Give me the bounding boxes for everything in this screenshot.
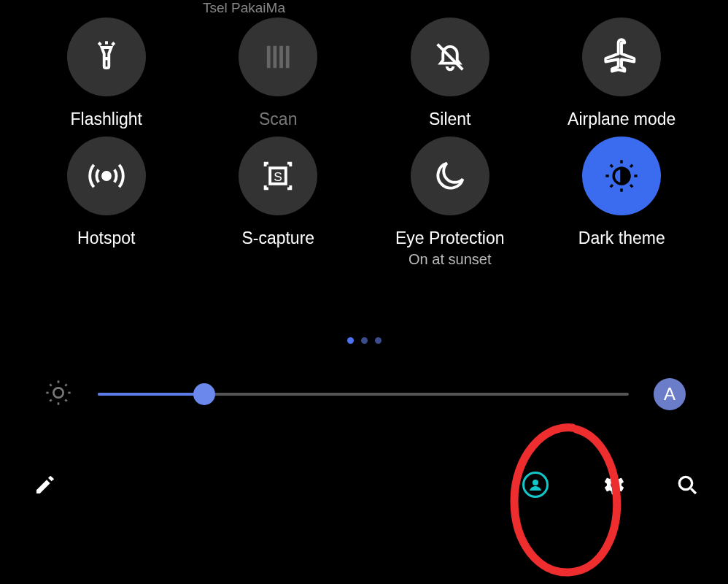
dark-theme-icon: [582, 137, 661, 215]
screenshot-icon: S: [239, 137, 317, 215]
page-indicator[interactable]: [0, 337, 728, 344]
svg-point-31: [679, 477, 692, 489]
svg-line-32: [691, 488, 696, 493]
bell-off-icon: [411, 18, 489, 96]
edit-button[interactable]: [31, 470, 60, 499]
svg-point-21: [53, 388, 63, 397]
barcode-icon: [239, 18, 317, 96]
svg-line-17: [611, 165, 613, 167]
scan-tile[interactable]: Scan: [193, 18, 365, 129]
svg-point-30: [533, 480, 538, 485]
svg-line-8: [437, 45, 462, 70]
s-capture-tile[interactable]: S S-capture: [193, 137, 365, 268]
svg-line-28: [50, 399, 51, 401]
moon-icon: [411, 137, 489, 215]
brightness-row: A: [44, 378, 686, 410]
airplane-icon: [582, 18, 661, 96]
dark-theme-label: Dark theme: [578, 228, 665, 248]
svg-line-29: [65, 384, 66, 385]
flashlight-icon: [67, 18, 146, 96]
svg-line-27: [65, 399, 66, 401]
quick-settings-grid: Flashlight Scan Silent Airplane mode: [20, 18, 708, 268]
svg-line-26: [50, 384, 51, 385]
auto-brightness-button[interactable]: A: [654, 378, 686, 410]
slider-fill: [98, 393, 204, 396]
slider-thumb[interactable]: [193, 383, 215, 405]
silent-label: Silent: [429, 110, 471, 129]
svg-rect-5: [274, 46, 277, 68]
hotspot-label: Hotspot: [77, 228, 135, 248]
silent-tile[interactable]: Silent: [364, 18, 536, 129]
brightness-slider[interactable]: [98, 392, 629, 396]
eye-protection-sublabel: On at sunset: [408, 251, 491, 268]
header-partial-text: Tsel PakaiMa: [203, 0, 285, 16]
svg-text:S: S: [274, 169, 282, 184]
airplane-mode-tile[interactable]: Airplane mode: [536, 18, 708, 129]
s-capture-label: S-capture: [241, 228, 314, 248]
svg-rect-7: [286, 46, 290, 68]
svg-line-18: [630, 185, 632, 187]
svg-line-2: [112, 43, 114, 45]
pager-dot: [375, 337, 382, 344]
dark-theme-tile[interactable]: Dark theme: [536, 137, 708, 268]
svg-line-20: [630, 165, 632, 167]
airplane-mode-label: Airplane mode: [568, 110, 675, 129]
eye-protection-tile[interactable]: Eye Protection On at sunset: [364, 137, 536, 268]
scan-label: Scan: [259, 110, 297, 129]
pager-dot: [347, 337, 354, 344]
svg-line-0: [98, 43, 101, 45]
svg-rect-4: [267, 46, 271, 68]
svg-line-19: [611, 185, 613, 187]
hotspot-icon: [67, 137, 146, 215]
pager-dot: [361, 337, 368, 344]
settings-button[interactable]: [600, 470, 629, 499]
annotation-circle: [503, 420, 627, 578]
flashlight-label: Flashlight: [71, 110, 142, 129]
flashlight-tile[interactable]: Flashlight: [20, 18, 193, 129]
hotspot-tile[interactable]: Hotspot: [20, 137, 193, 268]
svg-point-9: [103, 172, 110, 180]
user-profile-button[interactable]: [522, 472, 549, 498]
search-button[interactable]: [673, 470, 702, 499]
bottom-toolbar: [31, 470, 702, 499]
eye-protection-label: Eye Protection: [395, 228, 505, 248]
svg-rect-6: [279, 46, 283, 68]
brightness-icon: [44, 378, 73, 410]
